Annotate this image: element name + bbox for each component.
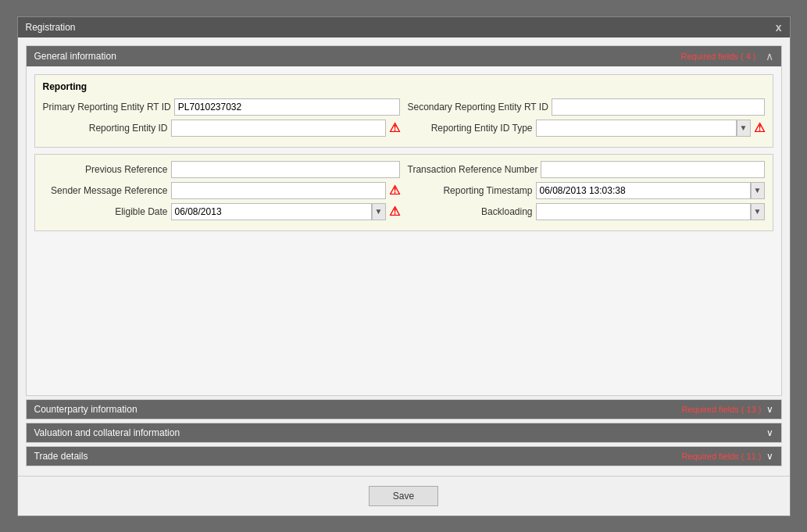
rt-id-row: Primary Reporting Entity RT ID Secondary…: [43, 98, 765, 116]
general-information-content: Reporting Primary Reporting Entity RT ID…: [27, 66, 781, 395]
valuation-chevron-icon: ∨: [766, 427, 773, 438]
trade-required-text: Required fields ( 11 ): [681, 452, 761, 461]
general-content-empty-area: [34, 231, 773, 387]
primary-rt-id-input[interactable]: [174, 98, 400, 116]
valuation-section: Valuation and collateral information ∨: [26, 423, 782, 443]
secondary-rt-id-label: Secondary Reporting Entity RT ID: [408, 102, 548, 112]
reporting-group: Reporting Primary Reporting Entity RT ID…: [34, 74, 773, 148]
backloading-field: Backloading ▼: [408, 203, 765, 220]
reporting-title: Reporting: [43, 81, 765, 92]
entity-id-row: Reporting Entity ID ⚠ Reporting Entity I…: [43, 120, 765, 137]
sender-message-ref-field: Sender Message Reference ⚠: [43, 182, 400, 199]
eligible-date-label: Eligible Date: [43, 206, 168, 217]
reporting-entity-id-field: Reporting Entity ID ⚠: [43, 120, 400, 137]
previous-reference-input[interactable]: [171, 161, 400, 178]
secondary-rt-id-input[interactable]: [552, 98, 765, 116]
transaction-ref-label: Transaction Reference Number: [408, 164, 538, 175]
reporting-timestamp-label: Reporting Timestamp: [408, 185, 533, 196]
sender-msg-row: Sender Message Reference ⚠ Reporting Tim…: [43, 182, 765, 199]
reporting-entity-id-type-dropdown-arrow[interactable]: ▼: [737, 120, 751, 137]
reporting-entity-id-type-required-icon: ⚠: [754, 120, 765, 135]
counterparty-section: Counterparty information Required fields…: [26, 399, 782, 420]
dialog-body: General information Required fields ( 4 …: [18, 37, 790, 476]
sender-message-ref-required-icon: ⚠: [389, 183, 400, 198]
trade-header-right: Required fields ( 11 ) ∨: [681, 451, 773, 462]
reporting-entity-id-label: Reporting Entity ID: [43, 123, 168, 134]
dialog-title: Registration: [26, 22, 76, 33]
primary-rt-id-label: Primary Reporting Entity RT ID: [43, 102, 171, 112]
valuation-header[interactable]: Valuation and collateral information ∨: [27, 423, 781, 442]
dialog-footer: Save: [18, 476, 790, 516]
registration-dialog: Registration x General information Requi…: [17, 16, 791, 516]
transaction-ref-field: Transaction Reference Number: [408, 161, 765, 178]
reporting-entity-id-type-input[interactable]: [536, 120, 737, 137]
general-information-title: General information: [34, 51, 116, 62]
reporting-entity-id-type-wrapper: ▼: [536, 120, 751, 137]
secondary-rt-id-field: Secondary Reporting Entity RT ID: [408, 98, 765, 116]
eligible-date-required-icon: ⚠: [389, 204, 400, 219]
close-button[interactable]: x: [776, 21, 782, 34]
general-chevron-icon: ∧: [766, 50, 773, 62]
valuation-header-right: ∨: [762, 427, 773, 438]
save-button[interactable]: Save: [369, 486, 438, 506]
reporting-entity-id-input[interactable]: [171, 120, 386, 137]
backloading-dropdown-arrow[interactable]: ▼: [751, 203, 765, 220]
eligible-date-dropdown-arrow[interactable]: ▼: [372, 203, 386, 220]
dialog-titlebar: Registration x: [18, 17, 790, 37]
counterparty-header-right: Required fields ( 13 ) ∨: [681, 404, 773, 415]
counterparty-chevron-icon: ∨: [766, 404, 773, 415]
reporting-entity-id-type-label: Reporting Entity ID Type: [408, 123, 533, 134]
eligible-date-row: Eligible Date ▼ ⚠ Backloading ▼: [43, 203, 765, 220]
previous-reference-field: Previous Reference: [43, 161, 400, 178]
trade-title: Trade details: [34, 451, 88, 462]
backloading-input[interactable]: [536, 203, 751, 220]
counterparty-header[interactable]: Counterparty information Required fields…: [27, 400, 781, 419]
eligible-date-wrapper: ▼: [171, 203, 386, 220]
counterparty-required-text: Required fields ( 13 ): [681, 405, 761, 414]
backloading-label: Backloading: [408, 206, 533, 217]
general-required-text: Required fields ( 4 ): [681, 52, 756, 61]
counterparty-title: Counterparty information: [34, 404, 137, 415]
sender-message-ref-input[interactable]: [171, 182, 386, 199]
transaction-group: Previous Reference Transaction Reference…: [34, 154, 773, 231]
previous-reference-label: Previous Reference: [43, 164, 168, 175]
reporting-timestamp-dropdown-arrow[interactable]: ▼: [751, 182, 765, 199]
transaction-ref-input[interactable]: [541, 161, 764, 178]
reporting-entity-id-required-icon: ⚠: [389, 120, 400, 135]
trade-chevron-icon: ∨: [766, 451, 773, 462]
primary-rt-id-field: Primary Reporting Entity RT ID: [43, 98, 400, 116]
eligible-date-input[interactable]: [171, 203, 372, 220]
eligible-date-field: Eligible Date ▼ ⚠: [43, 203, 400, 220]
sender-message-ref-label: Sender Message Reference: [43, 185, 168, 196]
general-information-header[interactable]: General information Required fields ( 4 …: [27, 46, 781, 66]
valuation-title: Valuation and collateral information: [34, 427, 180, 438]
backloading-wrapper: ▼: [536, 203, 765, 220]
trade-section: Trade details Required fields ( 11 ) ∨: [26, 446, 782, 466]
reporting-timestamp-field: Reporting Timestamp ▼: [408, 182, 765, 199]
prev-ref-row: Previous Reference Transaction Reference…: [43, 161, 765, 178]
reporting-entity-id-type-field: Reporting Entity ID Type ▼ ⚠: [408, 120, 765, 137]
trade-header[interactable]: Trade details Required fields ( 11 ) ∨: [27, 447, 781, 466]
reporting-timestamp-wrapper: ▼: [536, 182, 765, 199]
general-information-section: General information Required fields ( 4 …: [26, 45, 782, 396]
reporting-timestamp-input[interactable]: [536, 182, 751, 199]
